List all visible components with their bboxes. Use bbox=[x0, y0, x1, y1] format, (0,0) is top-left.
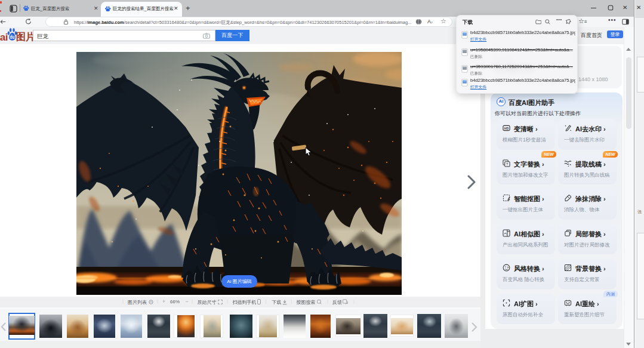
svg-text:HD: HD bbox=[504, 127, 509, 130]
svg-text:T: T bbox=[506, 162, 509, 166]
svg-text:du: du bbox=[10, 34, 15, 40]
